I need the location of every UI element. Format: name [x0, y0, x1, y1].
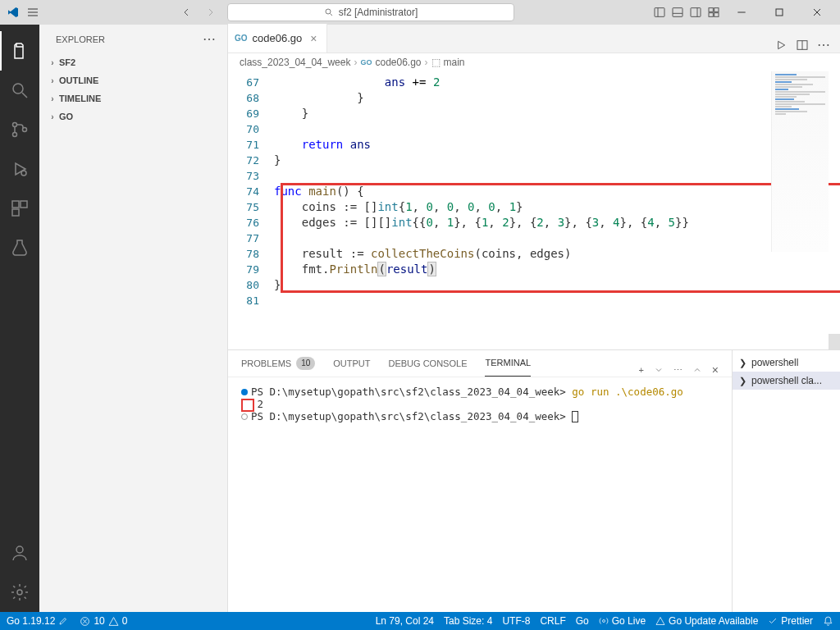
svg-point-10 — [13, 123, 17, 127]
panel-close-icon[interactable]: × — [712, 363, 719, 377]
go-file-icon: GO — [235, 34, 248, 43]
terminal-item[interactable]: ❯powershell cla... — [733, 372, 840, 390]
tree-section-go[interactable]: ›GO — [39, 107, 227, 126]
explorer-more-icon[interactable]: ⋯ — [203, 31, 216, 47]
code-line[interactable]: 73 — [228, 168, 840, 184]
status-cursor-pos[interactable]: Ln 79, Col 24 — [376, 615, 434, 627]
layout-panel-bottom-icon[interactable] — [671, 6, 684, 19]
status-notifications[interactable] — [823, 616, 833, 627]
status-indentation[interactable]: Tab Size: 4 — [444, 615, 492, 627]
window-maximize[interactable] — [763, 2, 796, 22]
svg-rect-14 — [12, 201, 19, 208]
tab-code06[interactable]: GO code06.go × — [228, 24, 327, 52]
line-number: 75 — [228, 199, 274, 215]
symbol-icon: ⬚ — [431, 57, 441, 68]
svg-rect-5 — [714, 8, 719, 12]
breadcrumb[interactable]: class_2023_04_04_week› GO code06.go› ⬚ m… — [228, 53, 840, 71]
run-icon[interactable] — [774, 39, 788, 52]
pencil-icon — [58, 616, 68, 626]
warning-icon — [655, 616, 665, 626]
tree-section-outline[interactable]: ›OUTLINE — [39, 71, 227, 89]
status-problems[interactable]: 10 0 — [80, 615, 127, 627]
layout-customize-icon[interactable] — [707, 6, 720, 19]
code-editor[interactable]: 67 ans += 268 }69 }7071 return ans72}737… — [228, 71, 840, 349]
code-line[interactable]: 68 } — [228, 90, 840, 106]
code-line[interactable]: 71 return ans — [228, 137, 840, 153]
activity-search[interactable] — [0, 71, 39, 110]
nav-back-icon[interactable] — [178, 4, 194, 21]
activity-explorer[interactable] — [0, 31, 39, 71]
code-line[interactable]: 74func main() { — [228, 184, 840, 199]
new-terminal-icon[interactable]: + — [638, 365, 643, 375]
window-close[interactable] — [801, 2, 833, 22]
activity-bar — [0, 25, 39, 612]
line-number: 68 — [228, 90, 274, 106]
code-line[interactable]: 69 } — [228, 106, 840, 121]
svg-rect-6 — [709, 13, 713, 17]
code-line[interactable]: 77 — [228, 231, 840, 246]
status-eol[interactable]: CRLF — [540, 615, 565, 627]
code-line[interactable]: 76 edges := [][]int{{0, 1}, {1, 2}, {2, … — [228, 215, 840, 231]
line-number: 80 — [228, 277, 274, 293]
status-go-version[interactable]: Go 1.19.12 — [7, 615, 68, 627]
activity-extensions[interactable] — [0, 189, 39, 228]
line-number: 73 — [228, 168, 274, 184]
explorer-sidebar: EXPLORER ⋯ ›SF2 ›OUTLINE ›TIMELINE ›GO — [39, 25, 228, 612]
status-go-update[interactable]: Go Update Available — [655, 615, 758, 627]
code-line[interactable]: 79 fmt.Println(result) — [228, 262, 840, 277]
svg-point-0 — [326, 9, 331, 14]
layout-panel-left-icon[interactable] — [653, 6, 666, 19]
split-editor-icon[interactable] — [796, 39, 809, 52]
layout-panel-right-icon[interactable] — [689, 6, 702, 19]
code-line[interactable]: 72} — [228, 153, 840, 168]
code-line[interactable]: 81 — [228, 293, 840, 308]
svg-point-17 — [16, 546, 23, 553]
line-number: 78 — [228, 246, 274, 262]
code-line[interactable]: 75 coins := []int{1, 0, 0, 0, 0, 1} — [228, 199, 840, 215]
title-bar: sf2 [Administrator] — [0, 0, 840, 25]
check-icon — [768, 616, 778, 626]
window-minimize[interactable] — [725, 2, 758, 22]
explorer-title: EXPLORER — [56, 34, 105, 44]
activity-accounts[interactable] — [0, 533, 39, 573]
editor-pane: GO code06.go × ⋯ class_2023_04_04_week› … — [228, 25, 840, 612]
tab-close-icon[interactable]: × — [307, 32, 320, 45]
terminal-icon: ❯ — [739, 358, 746, 368]
activity-settings[interactable] — [0, 573, 39, 612]
bullet-icon — [241, 389, 248, 395]
panel-tab-debug[interactable]: DEBUG CONSOLE — [389, 349, 468, 377]
minimap[interactable] — [771, 71, 829, 252]
panel-more-icon[interactable]: ⋯ — [673, 365, 682, 376]
svg-point-11 — [13, 133, 17, 137]
status-language[interactable]: Go — [576, 615, 589, 627]
svg-rect-8 — [776, 9, 783, 16]
chevron-down-icon[interactable] — [654, 365, 664, 375]
editor-more-icon[interactable]: ⋯ — [817, 37, 830, 52]
command-center[interactable]: sf2 [Administrator] — [227, 3, 514, 21]
activity-source-control[interactable] — [0, 110, 39, 149]
panel-tab-output[interactable]: OUTPUT — [333, 349, 370, 377]
panel-tab-terminal[interactable]: TERMINAL — [485, 349, 531, 377]
terminal[interactable]: PS D:\mysetup\gopath\src\sf2\class_2023_… — [228, 377, 732, 612]
terminal-list: ❯powershell ❯powershell cla... — [732, 350, 840, 612]
code-line[interactable]: 80} — [228, 277, 840, 293]
status-prettier[interactable]: Prettier — [768, 615, 813, 627]
tree-folder-sf2[interactable]: ›SF2 — [39, 53, 227, 71]
code-line[interactable]: 67 ans += 2 — [228, 75, 840, 90]
line-number: 74 — [228, 184, 274, 199]
status-go-live[interactable]: Go Live — [599, 615, 646, 627]
code-line[interactable]: 78 result := collectTheCoins(coins, edge… — [228, 246, 840, 262]
code-line[interactable]: 70 — [228, 121, 840, 137]
chevron-up-icon[interactable] — [692, 365, 702, 375]
status-encoding[interactable]: UTF-8 — [502, 615, 530, 627]
activity-testing[interactable] — [0, 228, 39, 267]
minimap-slider[interactable] — [829, 334, 840, 349]
tree-section-timeline[interactable]: ›TIMELINE — [39, 89, 227, 107]
bullet-icon — [241, 413, 248, 420]
editor-tabs: GO code06.go × ⋯ — [228, 25, 840, 53]
activity-run-debug[interactable] — [0, 149, 39, 189]
panel-tab-problems[interactable]: PROBLEMS 10 — [241, 349, 315, 377]
terminal-item[interactable]: ❯powershell — [733, 354, 840, 372]
line-number: 72 — [228, 153, 274, 168]
menu-icon[interactable] — [26, 6, 39, 19]
